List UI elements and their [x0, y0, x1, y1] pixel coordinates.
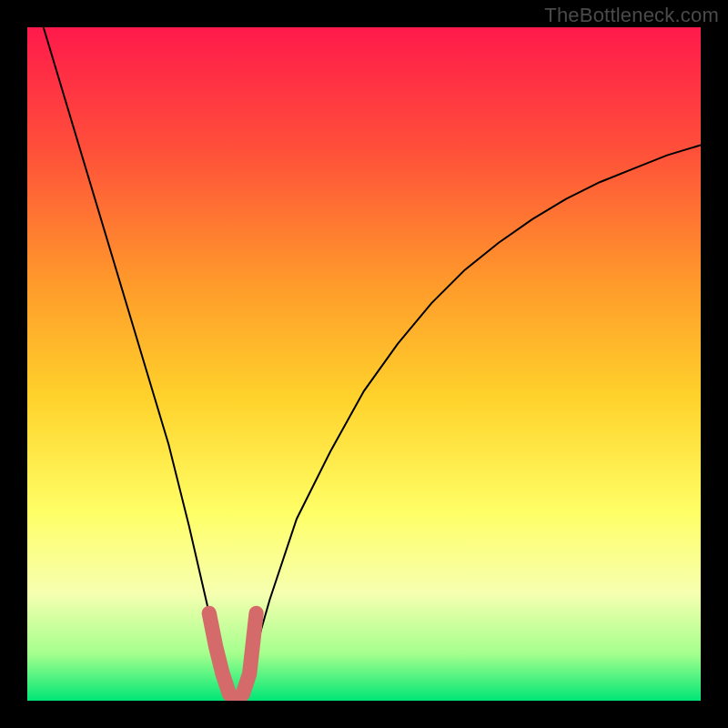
plot-area — [27, 27, 701, 701]
watermark-text: TheBottleneck.com — [544, 4, 719, 27]
bottleneck-chart — [27, 27, 701, 701]
chart-frame: TheBottleneck.com — [0, 0, 728, 728]
gradient-background — [27, 27, 701, 701]
